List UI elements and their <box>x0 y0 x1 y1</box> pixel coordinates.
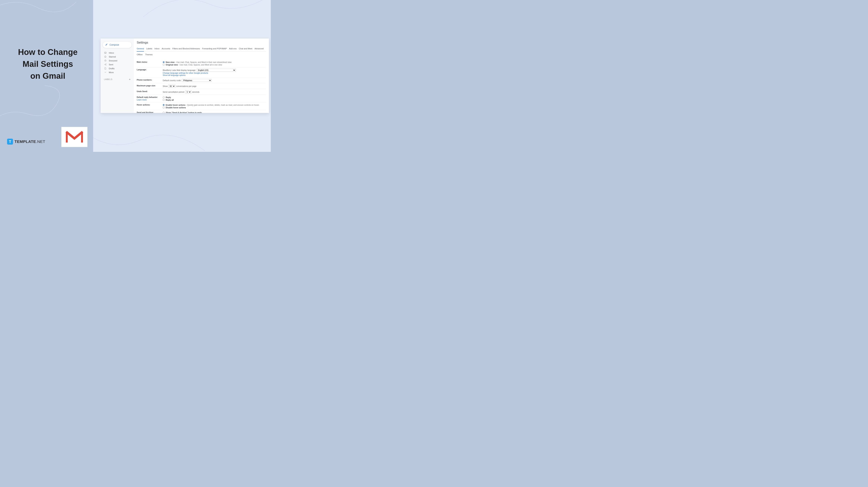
row-label: Send and Archive: <box>137 111 163 113</box>
hero-line-3: on Gmail <box>9 70 87 82</box>
sidebar-label: More <box>109 71 114 74</box>
option-show-send-archive[interactable]: Show "Send & Archive" button in reply <box>163 111 266 113</box>
row-label: Hover actions: <box>137 104 163 109</box>
row-label: Phone numbers: <box>137 79 163 82</box>
clock-icon <box>104 59 106 62</box>
tab-accounts[interactable]: Accounts <box>162 47 170 51</box>
gmail-settings-screenshot: Compose Inbox Starred Snoozed Sent Draft… <box>101 38 269 113</box>
undo-prefix: Send cancellation period: <box>163 91 185 93</box>
row-phone: Phone numbers: Default country code: Phi… <box>137 78 266 83</box>
row-label: Maximum page size: <box>137 85 163 88</box>
option-reply[interactable]: Reply <box>163 96 266 98</box>
file-icon <box>104 67 106 69</box>
brand-logo: T TEMPLATE.NET <box>7 139 45 145</box>
compose-button[interactable]: Compose <box>102 41 132 48</box>
radio-icon <box>163 64 164 66</box>
svg-rect-2 <box>81 132 83 143</box>
tab-addons[interactable]: Add-ons <box>229 47 237 51</box>
row-label: Language: <box>137 68 163 76</box>
template-icon: T <box>7 139 13 145</box>
hero-line-1: How to Change <box>9 46 87 58</box>
option-original-view[interactable]: Original view - Use mail, Chat, Spaces, … <box>163 63 266 66</box>
sidebar-label: Starred <box>109 56 116 58</box>
option-disable-hover[interactable]: Disable hover actions <box>163 106 266 109</box>
sidebar-item-more[interactable]: More <box>101 70 134 74</box>
labels-heading: LABELS + <box>101 74 134 81</box>
tab-offline[interactable]: Offline <box>137 53 143 57</box>
pagesize-prefix: Show <box>163 85 167 87</box>
row-label: Default reply behavior: Learn more <box>137 96 163 101</box>
undo-period-select[interactable]: 5 <box>185 90 191 93</box>
row-reply-behavior: Default reply behavior: Learn more Reply… <box>137 95 266 102</box>
tab-advanced[interactable]: Advanced <box>255 47 264 51</box>
language-prefix: BlueBerry Labs Mail display language: <box>163 69 196 71</box>
sidebar-label: Sent <box>109 63 113 66</box>
radio-icon <box>163 96 164 98</box>
show-language-options-link[interactable]: Show all language options <box>163 74 186 76</box>
svg-rect-1 <box>66 132 68 143</box>
star-icon <box>104 55 106 58</box>
radio-icon <box>163 104 164 106</box>
inbox-icon <box>104 52 106 54</box>
tab-inbox[interactable]: Inbox <box>155 47 160 51</box>
row-send-archive: Send and Archive: Show "Send & Archive" … <box>137 110 266 113</box>
tab-themes[interactable]: Themes <box>145 53 153 57</box>
row-main-menu: Main menu: New view - Use mail, Chat, Sp… <box>137 60 266 67</box>
radio-icon <box>163 107 164 109</box>
settings-title: Settings <box>137 41 266 45</box>
radio-icon <box>163 99 164 101</box>
sidebar-item-starred[interactable]: Starred <box>101 55 134 59</box>
row-undo-send: Undo Send: Send cancellation period: 5 s… <box>137 89 266 95</box>
sidebar-label: Inbox <box>109 52 114 54</box>
country-code-select[interactable]: Philippines <box>182 79 212 82</box>
svg-rect-3 <box>104 52 106 54</box>
chevron-down-icon <box>104 71 106 74</box>
sidebar-label: Drafts <box>109 67 115 69</box>
row-hover-actions: Hover actions: Enable hover actions - Qu… <box>137 102 266 110</box>
compose-label: Compose <box>110 44 119 46</box>
brand-text: TEMPLATE.NET <box>14 139 45 144</box>
sidebar-item-sent[interactable]: Sent <box>101 62 134 66</box>
change-language-link[interactable]: Change language settings for other Googl… <box>163 72 208 74</box>
add-label-button[interactable]: + <box>129 78 131 81</box>
gmail-logo <box>61 127 87 147</box>
radio-icon <box>163 61 164 63</box>
radio-icon <box>163 112 164 113</box>
tab-filters[interactable]: Filters and Blocked Addresses <box>173 47 200 51</box>
option-new-view[interactable]: New view - Use mail, Chat, Spaces, and M… <box>163 61 266 63</box>
tab-forwarding[interactable]: Forwarding and POP/IMAP <box>202 47 227 51</box>
settings-panel: Settings General Labels Inbox Accounts F… <box>134 38 269 113</box>
undo-suffix: seconds <box>192 91 199 93</box>
row-page-size: Maximum page size: Show 50 conversations… <box>137 83 266 89</box>
hero-title: How to Change Mail Settings on Gmail <box>9 46 87 82</box>
sidebar-item-drafts[interactable]: Drafts <box>101 66 134 70</box>
language-select[interactable]: English (US) <box>197 69 236 71</box>
row-language: Language: BlueBerry Labs Mail display la… <box>137 67 266 78</box>
settings-body: Main menu: New view - Use mail, Chat, Sp… <box>137 60 266 113</box>
tab-general[interactable]: General <box>137 47 144 52</box>
settings-tabs: General Labels Inbox Accounts Filters an… <box>137 47 266 52</box>
learn-more-link[interactable]: Learn more <box>137 98 163 101</box>
pencil-icon <box>105 44 108 46</box>
settings-tabs-row2: Offline Themes <box>137 53 266 57</box>
sidebar-item-snoozed[interactable]: Snoozed <box>101 59 134 62</box>
phone-prefix: Default country code: <box>163 79 181 82</box>
tab-labels[interactable]: Labels <box>146 47 152 51</box>
sidebar-label: Snoozed <box>109 60 117 62</box>
send-icon <box>104 63 106 66</box>
pagesize-suffix: conversations per page <box>176 85 196 87</box>
page-size-select[interactable]: 50 <box>168 85 175 88</box>
hero-line-2: Mail Settings <box>9 58 87 70</box>
row-label: Undo Send: <box>137 90 163 94</box>
tab-chat-meet[interactable]: Chat and Meet <box>239 47 252 51</box>
sidebar-item-inbox[interactable]: Inbox <box>101 51 134 55</box>
row-label: Main menu: <box>137 61 163 66</box>
option-enable-hover[interactable]: Enable hover actions - Quickly gain acce… <box>163 104 266 106</box>
gmail-sidebar: Compose Inbox Starred Snoozed Sent Draft… <box>101 38 134 113</box>
option-reply-all[interactable]: Reply all <box>163 98 266 101</box>
